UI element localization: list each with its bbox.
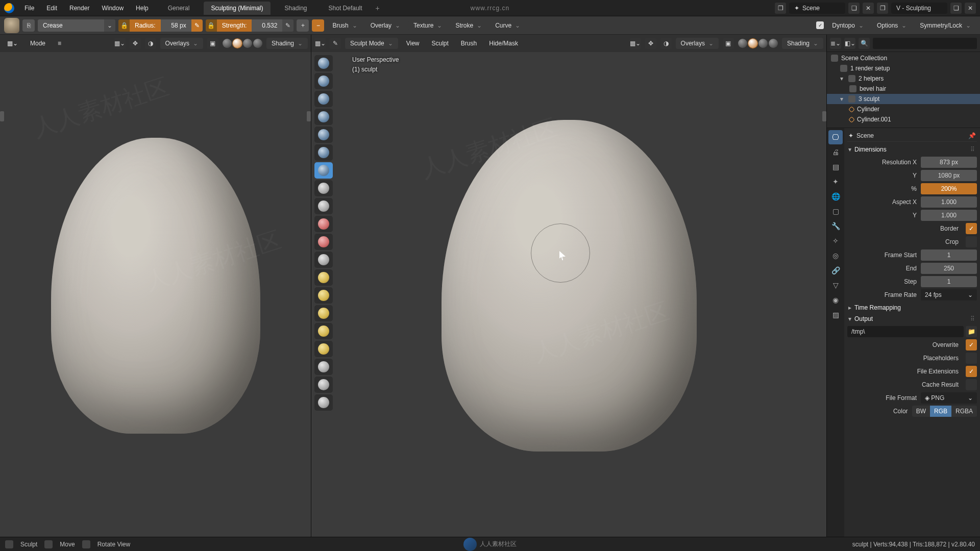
placeholders-checkbox[interactable]: ✓ [966, 353, 977, 364]
res-y-field[interactable]: 1080 px [921, 170, 977, 181]
rendered-shading-icon[interactable] [253, 39, 262, 48]
viewport-right-canvas[interactable] [311, 35, 826, 537]
workspace-tab-shading[interactable]: Shading [278, 2, 314, 15]
lookdev-shading-icon[interactable] [758, 39, 768, 48]
outliner-item[interactable]: Cylinder [827, 104, 980, 114]
shading-dropdown-left[interactable]: Shading [266, 38, 308, 49]
scene-name-field[interactable]: ✦ Scene [789, 3, 845, 14]
tool-scrape[interactable] [314, 234, 333, 250]
color-rgba-button[interactable]: RGBA [951, 406, 977, 417]
npanel-handle-right[interactable] [822, 111, 826, 121]
color-bw-button[interactable]: BW [912, 406, 930, 417]
radius-lock-icon[interactable]: 🔒 [118, 19, 130, 32]
disclosure-icon[interactable]: ▾ [840, 95, 845, 103]
overlay-toggle-icon[interactable]: ◑ [660, 38, 672, 49]
brush-name-field[interactable]: Crease ⌄ [38, 19, 115, 32]
tool-rotate[interactable] [314, 341, 333, 357]
mode-dropdown[interactable]: Sculpt Mode [345, 38, 398, 49]
strength-pressure-icon[interactable]: ✎ [282, 19, 293, 32]
menu-render[interactable]: Render [64, 3, 94, 14]
tool-mask[interactable] [314, 377, 333, 393]
viewlayer-new-icon[interactable]: ❏ [950, 3, 962, 14]
overlay-toggle-icon[interactable]: ◑ [145, 38, 156, 49]
tool-thumb[interactable] [314, 305, 333, 321]
tool-pinch[interactable] [314, 252, 333, 268]
brush-menu[interactable]: Brush [457, 38, 481, 49]
overlay-dropdown[interactable]: Overlay [365, 20, 405, 31]
frame-end-field[interactable]: 250 [921, 263, 977, 274]
frame-start-field[interactable]: 1 [921, 249, 977, 261]
xray-icon[interactable]: ▣ [207, 38, 218, 49]
scene-browse-icon[interactable]: ❐ [775, 3, 786, 14]
options-dropdown[interactable]: Options [872, 20, 912, 31]
menu-help[interactable]: Help [131, 3, 154, 14]
xray-icon[interactable]: ▣ [723, 38, 734, 49]
texture-properties-tab[interactable]: ▨ [828, 308, 843, 322]
dyntopo-dropdown[interactable]: Dyntopo [827, 20, 869, 31]
strength-value[interactable]: 0.532 [252, 19, 282, 32]
selectability-icon[interactable]: ▦⌄ [114, 38, 126, 49]
radius-field[interactable]: 🔒 Radius: 58 px ✎ [118, 19, 203, 32]
extensions-checkbox[interactable]: ✓ [966, 366, 977, 377]
direction-subtract-button[interactable]: − [312, 19, 324, 32]
hidemask-menu[interactable]: Hide/Mask [485, 38, 522, 49]
outliner-item[interactable]: ▾2 helpers [827, 73, 980, 84]
tool-snake-hook[interactable] [314, 287, 333, 304]
editor-type-icon[interactable]: ▦⌄ [314, 38, 326, 49]
gizmo-icon[interactable]: ✥ [130, 38, 141, 49]
folder-browse-icon[interactable]: 📁 [966, 326, 977, 337]
particle-properties-tab[interactable]: ✧ [828, 234, 843, 248]
aspect-y-field[interactable]: 1.000 [921, 210, 977, 221]
tool-clay-strips[interactable] [314, 91, 333, 107]
tool-smooth[interactable] [314, 180, 333, 196]
brush-unlink-icon[interactable]: ⎘ [22, 19, 35, 32]
tool-fill[interactable] [314, 216, 333, 232]
curve-dropdown[interactable]: Curve [490, 20, 525, 31]
radius-value[interactable]: 58 px [161, 19, 191, 32]
viewport-right[interactable]: ▦⌄ ✎ Sculpt Mode View Sculpt Brush Hide/… [311, 35, 827, 537]
file-format-dropdown[interactable]: ◈ PNG⌄ [921, 392, 977, 404]
sculpt-menu[interactable]: Sculpt [428, 38, 453, 49]
outliner-editor-type-icon[interactable]: ≣⌄ [830, 38, 841, 49]
outliner-display-mode-icon[interactable]: ◧⌄ [844, 38, 855, 49]
outliner-item-active[interactable]: ▾3 sculpt [827, 94, 980, 104]
res-pct-field[interactable]: 200% [921, 183, 977, 194]
constraint-properties-tab[interactable]: 🔗 [828, 263, 843, 278]
viewport-left-canvas[interactable] [0, 35, 311, 537]
solid-shading-icon[interactable] [233, 39, 242, 48]
viewport-left[interactable]: ▦⌄ Mode ≡ ▦⌄ ✥ ◑ Overlays ▣ Shading [0, 35, 311, 537]
workspace-tab-general[interactable]: General [161, 2, 197, 15]
physics-properties-tab[interactable]: ◎ [828, 248, 843, 263]
tool-grab[interactable] [314, 269, 333, 286]
time-remapping-header[interactable]: ▸Time Remapping [847, 302, 977, 313]
tool-simplify[interactable] [314, 359, 333, 375]
render-properties-tab[interactable]: 🖵 [828, 130, 843, 144]
world-properties-tab[interactable]: 🌐 [828, 189, 843, 204]
editor-type-icon[interactable]: ▦⌄ [3, 38, 22, 49]
tool-box-mask[interactable] [314, 394, 333, 411]
disclosure-icon[interactable]: ▾ [840, 75, 845, 82]
output-path-field[interactable]: /tmp\ [847, 326, 964, 337]
tool-inflate[interactable] [314, 127, 333, 143]
object-properties-tab[interactable]: ▢ [828, 204, 843, 218]
strength-field[interactable]: 🔒 Strength: 0.532 ✎ [206, 19, 294, 32]
aspect-x-field[interactable]: 1.000 [921, 196, 977, 208]
dimensions-panel-header[interactable]: ▾Dimensions⠿ [847, 144, 977, 155]
overwrite-checkbox[interactable]: ✓ [966, 339, 977, 350]
material-properties-tab[interactable]: ◉ [828, 293, 843, 307]
direction-add-button[interactable]: + [297, 19, 309, 32]
header-menu-toggle-icon[interactable]: ≡ [54, 38, 65, 49]
wireframe-shading-icon[interactable] [738, 39, 747, 48]
gizmo-icon[interactable]: ✥ [645, 38, 656, 49]
workspace-tab-sculpting[interactable]: Sculpting (Minimal) [204, 2, 270, 15]
search-icon[interactable]: 🔍 [859, 38, 870, 49]
view-menu[interactable]: View [402, 38, 424, 49]
viewlayer-properties-tab[interactable]: ▤ [828, 160, 843, 174]
crop-checkbox[interactable]: ✓ [966, 236, 977, 247]
scene-delete-icon[interactable]: ✕ [863, 3, 874, 14]
output-properties-tab[interactable]: 🖨 [828, 145, 843, 159]
selectability-icon[interactable]: ▦⌄ [630, 38, 641, 49]
pin-icon[interactable]: 📌 [968, 132, 976, 139]
dyntopo-checkbox[interactable]: ✓ [816, 21, 824, 29]
strength-lock-icon[interactable]: 🔒 [206, 19, 217, 32]
